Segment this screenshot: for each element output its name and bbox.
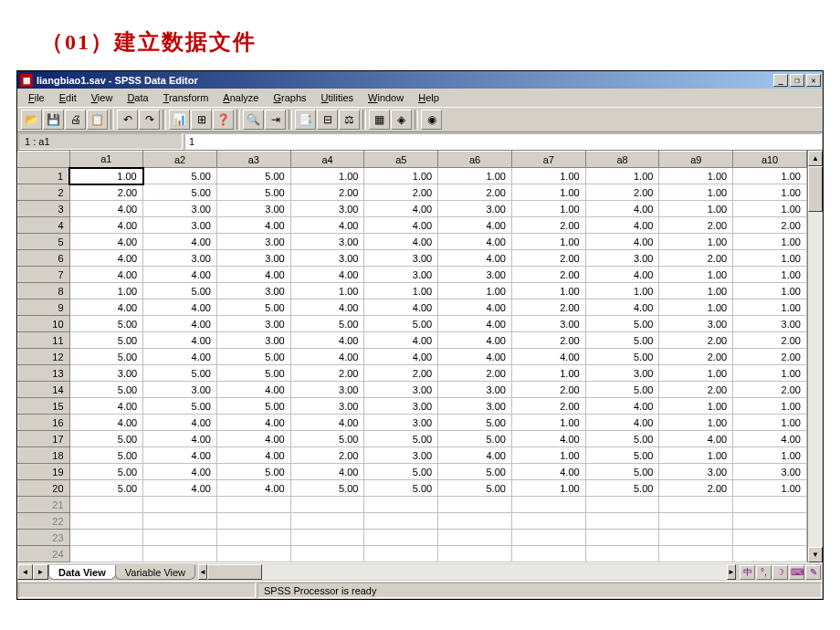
data-cell[interactable]: 1.00 (511, 184, 585, 201)
data-cell[interactable]: 4.00 (511, 464, 585, 480)
data-cell[interactable]: 2.00 (364, 365, 438, 382)
ime-icon-1[interactable]: °, (756, 565, 772, 580)
empty-cell[interactable] (143, 546, 217, 562)
data-cell[interactable]: 1.00 (733, 201, 807, 217)
data-cell[interactable]: 3.00 (216, 316, 290, 332)
data-cell[interactable]: 3.00 (364, 447, 438, 464)
data-cell[interactable]: 1.00 (733, 168, 807, 184)
data-cell[interactable]: 4.00 (216, 382, 290, 398)
data-cell[interactable]: 4.00 (364, 299, 438, 316)
data-cell[interactable]: 3.00 (69, 365, 143, 382)
data-cell[interactable]: 5.00 (143, 398, 217, 415)
data-cell[interactable]: 3.00 (143, 382, 217, 398)
empty-cell[interactable] (733, 546, 807, 562)
data-cell[interactable]: 5.00 (585, 382, 659, 398)
data-cell[interactable]: 4.00 (69, 398, 143, 415)
row-header[interactable]: 13 (18, 365, 70, 382)
empty-cell[interactable] (438, 530, 512, 546)
data-cell[interactable]: 4.00 (69, 267, 143, 283)
data-cell[interactable]: 2.00 (364, 184, 438, 201)
data-cell[interactable]: 4.00 (290, 267, 364, 283)
data-cell[interactable]: 3.00 (438, 201, 512, 217)
data-cell[interactable]: 4.00 (585, 201, 659, 217)
data-cell[interactable]: 1.00 (733, 184, 807, 201)
empty-cell[interactable] (659, 546, 733, 562)
empty-cell[interactable] (364, 497, 438, 513)
data-cell[interactable]: 1.00 (585, 168, 659, 184)
empty-cell[interactable] (585, 530, 659, 546)
data-cell[interactable]: 5.00 (364, 431, 438, 447)
data-cell[interactable]: 4.00 (143, 234, 217, 250)
data-cell[interactable]: 1.00 (659, 283, 733, 299)
scroll-thumb[interactable] (808, 166, 823, 212)
data-cell[interactable]: 4.00 (69, 250, 143, 267)
data-cell[interactable]: 5.00 (438, 464, 512, 480)
data-cell[interactable]: 3.00 (290, 201, 364, 217)
data-cell[interactable]: 4.00 (290, 299, 364, 316)
data-cell[interactable]: 3.00 (290, 398, 364, 415)
nav-prev-button[interactable]: ► (33, 564, 48, 580)
data-cell[interactable]: 1.00 (733, 365, 807, 382)
data-cell[interactable]: 1.00 (438, 168, 512, 184)
row-header[interactable]: 15 (18, 398, 70, 415)
data-cell[interactable]: 4.00 (143, 415, 217, 431)
data-cell[interactable]: 5.00 (69, 447, 143, 464)
data-cell[interactable]: 1.00 (511, 415, 585, 431)
data-cell[interactable]: 4.00 (143, 431, 217, 447)
data-cell[interactable]: 2.00 (659, 349, 733, 365)
data-cell[interactable]: 1.00 (585, 283, 659, 299)
data-cell[interactable]: 3.00 (585, 365, 659, 382)
row-header[interactable]: 11 (18, 332, 70, 349)
tab-variable-view[interactable]: Variable View (115, 565, 195, 580)
nav-first-button[interactable]: ◄ (17, 564, 33, 580)
toolbar-button-3[interactable]: 📋 (87, 110, 108, 130)
data-cell[interactable]: 4.00 (585, 217, 659, 234)
data-cell[interactable]: 2.00 (733, 217, 807, 234)
data-cell[interactable]: 4.00 (511, 349, 585, 365)
empty-cell[interactable] (143, 513, 217, 530)
data-cell[interactable]: 1.00 (733, 299, 807, 316)
data-cell[interactable]: 1.00 (733, 283, 807, 299)
data-cell[interactable]: 1.00 (290, 168, 364, 184)
maximize-button[interactable]: ❐ (790, 74, 804, 87)
empty-cell[interactable] (659, 497, 733, 513)
data-cell[interactable]: 4.00 (659, 431, 733, 447)
menu-data[interactable]: Data (120, 90, 155, 105)
data-cell[interactable]: 1.00 (659, 168, 733, 184)
data-cell[interactable]: 2.00 (659, 480, 733, 497)
toolbar-button-16[interactable]: ◉ (421, 110, 442, 130)
data-cell[interactable]: 1.00 (733, 480, 807, 497)
row-header[interactable]: 16 (18, 415, 70, 431)
empty-cell[interactable] (69, 497, 143, 513)
data-cell[interactable]: 3.00 (143, 201, 217, 217)
empty-cell[interactable] (659, 513, 733, 530)
ime-icon-3[interactable]: ⌨ (789, 565, 804, 580)
empty-cell[interactable] (438, 497, 512, 513)
data-cell[interactable]: 1.00 (659, 447, 733, 464)
data-cell[interactable]: 2.00 (511, 217, 585, 234)
data-cell[interactable]: 4.00 (290, 217, 364, 234)
toolbar-button-13[interactable]: ⚖ (339, 110, 360, 130)
data-cell[interactable]: 2.00 (659, 250, 733, 267)
toolbar-button-15[interactable]: ◈ (391, 110, 412, 130)
data-cell[interactable]: 5.00 (290, 431, 364, 447)
data-cell[interactable]: 3.00 (216, 201, 290, 217)
data-cell[interactable]: 4.00 (438, 234, 512, 250)
empty-cell[interactable] (143, 497, 217, 513)
data-cell[interactable]: 2.00 (290, 447, 364, 464)
data-cell[interactable]: 5.00 (216, 168, 290, 184)
data-cell[interactable]: 2.00 (511, 267, 585, 283)
empty-cell[interactable] (143, 530, 217, 546)
toolbar-button-6[interactable]: 📊 (169, 110, 190, 130)
column-header-a1[interactable]: a1 (69, 152, 143, 168)
row-header[interactable]: 7 (18, 267, 70, 283)
data-cell[interactable]: 4.00 (216, 447, 290, 464)
empty-cell[interactable] (733, 497, 807, 513)
data-cell[interactable]: 4.00 (511, 431, 585, 447)
data-cell[interactable]: 5.00 (69, 332, 143, 349)
empty-cell[interactable] (511, 513, 585, 530)
data-cell[interactable]: 3.00 (216, 234, 290, 250)
column-header-a10[interactable]: a10 (733, 152, 807, 168)
data-cell[interactable]: 2.00 (290, 365, 364, 382)
menu-graphs[interactable]: Graphs (266, 90, 313, 105)
